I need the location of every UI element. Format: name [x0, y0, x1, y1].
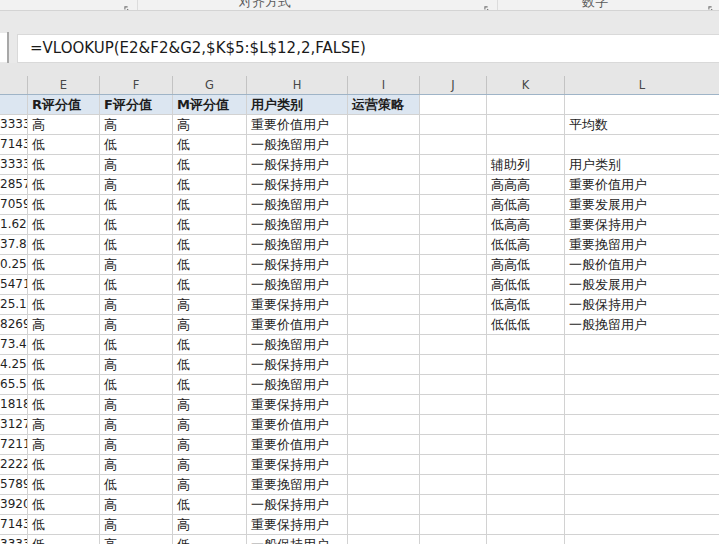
cell-f[interactable]: 高 — [100, 295, 173, 315]
cell-f[interactable]: 高 — [100, 115, 173, 135]
cell-j[interactable] — [420, 535, 487, 544]
cell-g[interactable]: 低 — [173, 155, 247, 175]
cell-h[interactable]: 一般挽留用户 — [247, 195, 348, 215]
cell-k[interactable] — [487, 135, 565, 155]
cell-d[interactable]: 3333 — [0, 115, 28, 135]
cell-l[interactable]: 一般挽留用户 — [565, 315, 719, 335]
cell-h[interactable]: 重要保持用户 — [247, 455, 348, 475]
cell-l[interactable] — [565, 395, 719, 415]
cell-d[interactable]: 1.625 — [0, 215, 28, 235]
cell-f[interactable]: 低 — [100, 335, 173, 355]
cell-l[interactable] — [565, 535, 719, 544]
cell-k[interactable]: 低高低 — [487, 295, 565, 315]
cell-h[interactable]: 一般挽留用户 — [247, 215, 348, 235]
cell-h[interactable]: 一般挽留用户 — [247, 135, 348, 155]
cell-h[interactable]: 重要价值用户 — [247, 115, 348, 135]
cell-h[interactable]: 重要保持用户 — [247, 295, 348, 315]
cell-j[interactable] — [420, 375, 487, 395]
cell-k[interactable] — [487, 335, 565, 355]
cell-f[interactable]: 低 — [100, 195, 173, 215]
cell-i[interactable] — [348, 375, 420, 395]
cell-f[interactable]: 低 — [100, 275, 173, 295]
cell-l[interactable] — [565, 135, 719, 155]
column-header-e[interactable]: E — [28, 76, 100, 94]
cell-j[interactable] — [420, 435, 487, 455]
cell-j[interactable] — [420, 415, 487, 435]
cell-g[interactable]: 低 — [173, 175, 247, 195]
cell-h[interactable]: 一般挽留用户 — [247, 335, 348, 355]
cell-h[interactable]: 重要价值用户 — [247, 435, 348, 455]
cell-j[interactable] — [420, 155, 487, 175]
cell-e[interactable]: 低 — [28, 515, 100, 535]
cell-e[interactable]: 低 — [28, 395, 100, 415]
cell-h[interactable]: 重要保持用户 — [247, 515, 348, 535]
cell-l[interactable] — [565, 335, 719, 355]
cell-g[interactable]: 高 — [173, 455, 247, 475]
cell-f[interactable]: 高 — [100, 535, 173, 544]
cell-l1[interactable] — [565, 95, 719, 115]
cell-h[interactable]: 一般保持用户 — [247, 355, 348, 375]
cell-e[interactable]: 低 — [28, 355, 100, 375]
cell-i[interactable] — [348, 195, 420, 215]
cell-k[interactable]: 低高高 — [487, 215, 565, 235]
cell-i[interactable] — [348, 355, 420, 375]
cell-g1[interactable]: M评分值 — [173, 95, 247, 115]
cell-e[interactable]: 低 — [28, 175, 100, 195]
cell-i[interactable] — [348, 175, 420, 195]
cell-l[interactable]: 重要价值用户 — [565, 175, 719, 195]
cell-h[interactable]: 一般保持用户 — [247, 495, 348, 515]
cell-j[interactable] — [420, 235, 487, 255]
cell-e[interactable]: 低 — [28, 495, 100, 515]
cell-g[interactable]: 低 — [173, 195, 247, 215]
cell-i[interactable] — [348, 535, 420, 544]
cell-k[interactable] — [487, 355, 565, 375]
cell-l[interactable]: 重要保持用户 — [565, 215, 719, 235]
cell-g[interactable]: 高 — [173, 295, 247, 315]
cell-f[interactable]: 高 — [100, 155, 173, 175]
cell-f[interactable]: 高 — [100, 455, 173, 475]
cell-j[interactable] — [420, 495, 487, 515]
cell-g[interactable]: 高 — [173, 435, 247, 455]
cell-g[interactable]: 高 — [173, 515, 247, 535]
cell-e[interactable]: 低 — [28, 215, 100, 235]
cell-l[interactable] — [565, 355, 719, 375]
cell-l[interactable]: 平均数 — [565, 115, 719, 135]
formula-input[interactable]: =VLOOKUP(E2&F2&G2,$K$5:$L$12,2,FALSE) — [17, 34, 719, 63]
cell-e[interactable]: 低 — [28, 195, 100, 215]
cell-l[interactable] — [565, 375, 719, 395]
cell-f[interactable]: 低 — [100, 135, 173, 155]
cell-l[interactable]: 重要挽留用户 — [565, 235, 719, 255]
cell-h[interactable]: 一般保持用户 — [247, 155, 348, 175]
cell-f[interactable]: 低 — [100, 215, 173, 235]
cell-d[interactable]: 3920 — [0, 495, 28, 515]
cell-e[interactable]: 高 — [28, 415, 100, 435]
column-header-l[interactable]: L — [565, 76, 719, 94]
cell-f[interactable]: 高 — [100, 435, 173, 455]
cell-g[interactable]: 低 — [173, 135, 247, 155]
cell-k[interactable]: 高低低 — [487, 275, 565, 295]
cell-h[interactable]: 一般挽留用户 — [247, 375, 348, 395]
cell-j[interactable] — [420, 475, 487, 495]
cell-e[interactable]: 低 — [28, 375, 100, 395]
cell-j[interactable] — [420, 255, 487, 275]
cell-l[interactable] — [565, 475, 719, 495]
name-box[interactable] — [0, 33, 7, 62]
cell-d[interactable]: 7143 — [0, 515, 28, 535]
dialog-launcher-icon[interactable] — [484, 0, 493, 9]
cell-j[interactable] — [420, 295, 487, 315]
cell-k[interactable] — [487, 495, 565, 515]
cell-e[interactable]: 低 — [28, 455, 100, 475]
cell-k[interactable]: 低低高 — [487, 235, 565, 255]
cell-h1[interactable]: 用户类别 — [247, 95, 348, 115]
cell-e[interactable]: 低 — [28, 535, 100, 544]
cell-i[interactable] — [348, 415, 420, 435]
cell-i[interactable] — [348, 255, 420, 275]
column-header-k[interactable]: K — [487, 76, 565, 94]
cell-d[interactable]: 37.8 — [0, 235, 28, 255]
cell-i[interactable] — [348, 315, 420, 335]
cell-k[interactable]: 高低高 — [487, 195, 565, 215]
dialog-launcher-icon[interactable] — [124, 0, 133, 9]
cell-k[interactable]: 高高低 — [487, 255, 565, 275]
cell-h[interactable]: 重要挽留用户 — [247, 475, 348, 495]
cell-g[interactable]: 高 — [173, 475, 247, 495]
